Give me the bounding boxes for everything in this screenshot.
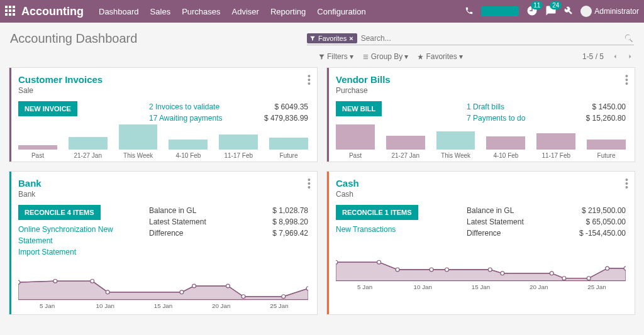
nav-configuration[interactable]: Configuration [317, 7, 365, 16]
area-chart-cash: 5 Jan10 Jan15 Jan20 Jan25 Jan [336, 243, 626, 293]
bar-chart-bills: Past21-27 JanThis Week4-10 Feb11-17 FebF… [336, 129, 626, 159]
new-bill-button[interactable]: NEW BILL [336, 101, 382, 116]
control-row: Filters ▾ Group By ▾ Favorites ▾ 1-5 / 5 [0, 48, 644, 67]
bar-label: This Week [441, 152, 470, 159]
card-subtitle: Bank [18, 190, 308, 199]
bill-val-2: $ 15,260.80 [557, 113, 626, 124]
caret-down-icon: ▾ [350, 52, 353, 61]
bar [336, 124, 375, 150]
search-input[interactable] [361, 34, 619, 43]
bar-label: 21-27 Jan [74, 152, 102, 159]
bar [587, 140, 626, 150]
card-menu-icon[interactable]: ••• [625, 74, 628, 85]
svg-point-17 [396, 268, 399, 272]
cash-v3: $ -154,450.00 [557, 228, 626, 239]
card-menu-icon[interactable]: ••• [308, 178, 311, 189]
favorites-label: Favorites [426, 52, 457, 61]
bank-v2: $ 8,998.20 [239, 216, 308, 228]
badge-2: 24 [550, 1, 562, 9]
card-title[interactable]: Cash [336, 178, 626, 189]
funnel-icon [309, 35, 316, 41]
reconcile-bank-button[interactable]: RECONCILE 4 ITEMS [18, 205, 101, 220]
bar-label: 4-10 Feb [175, 152, 201, 159]
bar-label: 4-10 Feb [493, 152, 518, 159]
search-chip-favorites[interactable]: Favorites × [307, 33, 357, 43]
nav-dashboard[interactable]: Dashboard [99, 7, 139, 16]
main-nav: Dashboard Sales Purchases Adviser Report… [99, 7, 366, 16]
bar [119, 124, 158, 150]
inv-val-1: $ 6049.35 [239, 101, 308, 113]
bar [69, 137, 108, 150]
nav-adviser[interactable]: Adviser [232, 7, 259, 16]
search-icon[interactable] [624, 33, 634, 43]
user-menu[interactable]: Administrator [580, 6, 639, 17]
chevron-right-icon[interactable] [626, 53, 634, 60]
bank-k2: Latest Statement [149, 216, 234, 228]
bar-label: 11-17 Feb [224, 152, 253, 159]
bar [436, 131, 475, 150]
chip-remove-icon[interactable]: × [349, 35, 353, 42]
chat-badge[interactable]: 24 [545, 5, 557, 18]
cash-v1: $ 219,500.00 [557, 205, 626, 216]
nav-sales[interactable]: Sales [150, 7, 171, 16]
favorites-button[interactable]: Favorites ▾ [417, 52, 462, 61]
link-payments-to-do[interactable]: 7 Payments to do [467, 113, 552, 124]
nav-reporting[interactable]: Reporting [270, 7, 306, 16]
svg-point-1 [53, 279, 57, 283]
phone-icon[interactable] [465, 6, 474, 17]
apps-icon[interactable] [5, 6, 16, 17]
svg-point-5 [192, 284, 196, 288]
subheader: Accounting Dashboard Favorites × [0, 23, 644, 48]
filters-label: Filters [327, 52, 348, 61]
reconcile-cash-button[interactable]: RECONCILE 1 ITEMS [336, 205, 418, 220]
svg-point-26 [624, 266, 626, 270]
chevron-left-icon[interactable] [611, 53, 619, 60]
svg-point-25 [606, 266, 609, 270]
link-import-statement[interactable]: Import Statement [18, 246, 144, 258]
svg-text:15 Jan: 15 Jan [472, 283, 490, 290]
svg-point-23 [562, 277, 566, 280]
bar [269, 138, 308, 150]
svg-text:10 Jan: 10 Jan [96, 302, 114, 309]
card-menu-icon[interactable]: ••• [625, 178, 628, 189]
svg-text:20 Jan: 20 Jan [212, 302, 230, 309]
svg-text:10 Jan: 10 Jan [414, 283, 432, 290]
card-cash: ••• Cash Cash RECONCILE 1 ITEMS New Tran… [326, 171, 635, 315]
bar [18, 145, 57, 150]
card-customer-invoices: ••• Customer Invoices Sale NEW INVOICE 2… [9, 67, 318, 162]
svg-text:25 Jan: 25 Jan [270, 302, 288, 309]
svg-point-8 [282, 295, 286, 299]
new-invoice-button[interactable]: NEW INVOICE [18, 101, 77, 116]
svg-text:5 Jan: 5 Jan [357, 283, 372, 290]
card-title[interactable]: Customer Invoices [18, 74, 308, 85]
pager-text: 1-5 / 5 [582, 52, 604, 61]
inv-val-2: $ 479,836.99 [239, 113, 308, 124]
link-invoices-to-validate[interactable]: 2 Invoices to validate [149, 101, 234, 113]
link-new-transactions[interactable]: New Transactions [336, 224, 462, 235]
wrench-icon[interactable] [564, 6, 573, 17]
clock-badge[interactable]: 11 [526, 5, 538, 18]
card-bank: ••• Bank Bank RECONCILE 4 ITEMS Online S… [9, 171, 318, 315]
area-chart-bank: 5 Jan10 Jan15 Jan20 Jan25 Jan [18, 261, 308, 312]
groupby-button[interactable]: Group By ▾ [362, 52, 409, 61]
card-title[interactable]: Bank [18, 178, 308, 189]
card-menu-icon[interactable]: ••• [308, 74, 311, 85]
svg-point-15 [336, 260, 338, 264]
link-awaiting-payments[interactable]: 17 Awaiting payments [149, 113, 234, 124]
bank-v3: $ 7,969.42 [239, 228, 308, 239]
svg-point-19 [445, 268, 449, 272]
bill-val-1: $ 1450.00 [557, 101, 626, 113]
brand[interactable]: Accounting [21, 5, 84, 18]
link-online-sync[interactable]: Online Synchronization New Statement [18, 224, 144, 246]
caret-down-icon: ▾ [459, 52, 463, 61]
svg-text:15 Jan: 15 Jan [154, 302, 172, 309]
svg-point-18 [430, 268, 433, 272]
svg-point-2 [91, 279, 94, 283]
svg-point-21 [501, 272, 504, 275]
filters-button[interactable]: Filters ▾ [318, 52, 353, 61]
link-draft-bills[interactable]: 1 Draft bills [467, 101, 552, 113]
page-title: Accounting Dashboard [10, 31, 137, 46]
svg-point-22 [550, 272, 553, 275]
card-title[interactable]: Vendor Bills [336, 74, 626, 85]
nav-purchases[interactable]: Purchases [182, 7, 220, 16]
